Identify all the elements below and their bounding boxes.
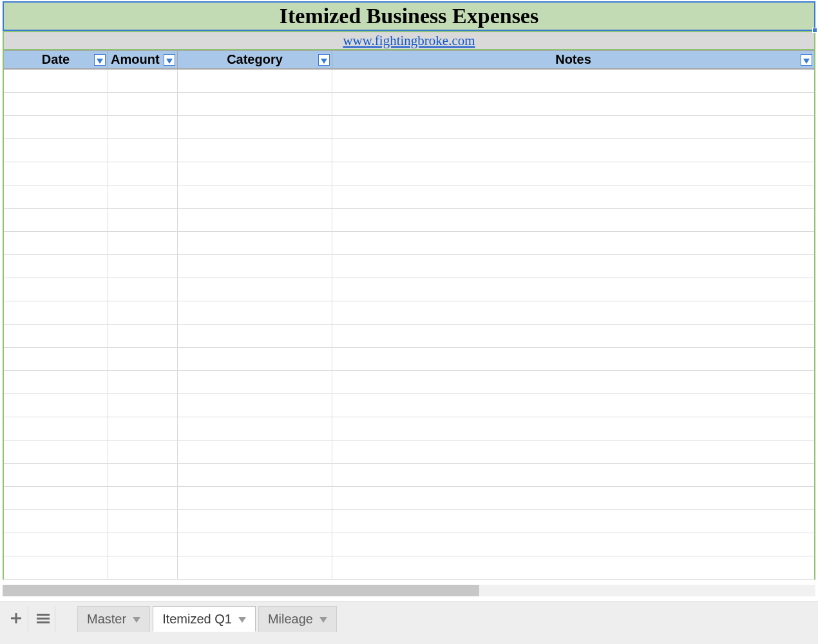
cell[interactable] (332, 487, 814, 509)
table-row[interactable] (4, 70, 814, 93)
cell[interactable] (332, 70, 814, 92)
cell[interactable] (178, 93, 332, 115)
horizontal-scrollbar[interactable] (3, 585, 815, 596)
table-row[interactable] (4, 162, 814, 185)
column-header-category[interactable]: Category (178, 51, 332, 68)
table-row[interactable] (4, 394, 814, 417)
cell[interactable] (332, 93, 814, 115)
cell[interactable] (178, 116, 332, 138)
table-row[interactable] (4, 209, 814, 232)
cell[interactable] (4, 93, 108, 115)
filter-button-category[interactable] (318, 54, 330, 66)
filter-button-date[interactable] (94, 54, 106, 66)
cell[interactable] (4, 394, 108, 417)
cell[interactable] (178, 185, 332, 208)
column-header-notes[interactable]: Notes (332, 51, 814, 68)
cell[interactable] (4, 185, 108, 208)
cell[interactable] (108, 232, 178, 254)
cell[interactable] (332, 371, 814, 393)
cell[interactable] (178, 255, 332, 278)
cell[interactable] (332, 116, 814, 138)
cell[interactable] (4, 255, 108, 278)
cell[interactable] (178, 371, 332, 393)
cell[interactable] (108, 325, 178, 347)
table-row[interactable] (4, 278, 814, 301)
table-row[interactable] (4, 510, 814, 533)
cell[interactable] (108, 209, 178, 231)
table-row[interactable] (4, 487, 814, 510)
cell[interactable] (178, 162, 332, 185)
cell[interactable] (4, 278, 108, 301)
sheet-tab-mileage[interactable]: Mileage (258, 606, 337, 632)
cell[interactable] (332, 510, 814, 533)
cell[interactable] (108, 371, 178, 393)
cell[interactable] (332, 185, 814, 208)
table-row[interactable] (4, 348, 814, 371)
table-row[interactable] (4, 116, 814, 139)
sheet-tab-master[interactable]: Master (77, 606, 150, 632)
cell[interactable] (332, 232, 814, 254)
cell[interactable] (4, 556, 108, 579)
cell[interactable] (178, 417, 332, 440)
cell[interactable] (332, 464, 814, 486)
cell[interactable] (108, 394, 178, 417)
cell[interactable] (332, 162, 814, 185)
cell[interactable] (108, 348, 178, 370)
cell[interactable] (108, 464, 178, 486)
cell[interactable] (332, 440, 814, 463)
cell[interactable] (4, 348, 108, 370)
cell[interactable] (332, 209, 814, 231)
cell[interactable] (108, 93, 178, 115)
cell[interactable] (178, 232, 332, 254)
cell[interactable] (4, 325, 108, 347)
cell[interactable] (108, 162, 178, 185)
table-row[interactable] (4, 301, 814, 325)
cell[interactable] (178, 487, 332, 509)
table-row[interactable] (4, 556, 814, 580)
table-row[interactable] (4, 232, 814, 255)
table-row[interactable] (4, 139, 814, 162)
cell[interactable] (332, 278, 814, 301)
cell[interactable] (178, 325, 332, 347)
cell[interactable] (178, 348, 332, 370)
cell[interactable] (108, 533, 178, 556)
cell[interactable] (178, 278, 332, 301)
cell[interactable] (4, 440, 108, 463)
cell[interactable] (4, 371, 108, 393)
cell[interactable] (178, 440, 332, 463)
cell[interactable] (4, 70, 108, 92)
cell[interactable] (108, 417, 178, 440)
table-row[interactable] (4, 533, 814, 556)
cell[interactable] (108, 70, 178, 92)
table-row[interactable] (4, 93, 814, 116)
table-row[interactable] (4, 255, 814, 278)
column-header-amount[interactable]: Amount (108, 51, 178, 68)
cell[interactable] (332, 325, 814, 347)
cell[interactable] (4, 510, 108, 533)
table-row[interactable] (4, 417, 814, 440)
cell[interactable] (178, 70, 332, 92)
cell[interactable] (108, 116, 178, 138)
cell[interactable] (332, 348, 814, 370)
cell[interactable] (4, 417, 108, 440)
cell[interactable] (108, 278, 178, 301)
cell[interactable] (178, 139, 332, 162)
cell[interactable] (4, 533, 108, 556)
all-sheets-button[interactable] (31, 606, 55, 632)
cell[interactable] (4, 301, 108, 324)
cell[interactable] (4, 487, 108, 509)
website-link[interactable]: www.fightingbroke.com (343, 33, 475, 49)
table-row[interactable] (4, 464, 814, 487)
cell[interactable] (108, 185, 178, 208)
cell[interactable] (332, 139, 814, 162)
cell[interactable] (178, 510, 332, 533)
cell[interactable] (4, 232, 108, 254)
cell[interactable] (108, 556, 178, 579)
table-row[interactable] (4, 185, 814, 209)
cell[interactable] (4, 162, 108, 185)
cell[interactable] (108, 301, 178, 324)
column-header-date[interactable]: Date (4, 51, 108, 68)
table-row[interactable] (4, 440, 814, 464)
table-row[interactable] (4, 325, 814, 348)
filter-button-amount[interactable] (164, 54, 175, 66)
